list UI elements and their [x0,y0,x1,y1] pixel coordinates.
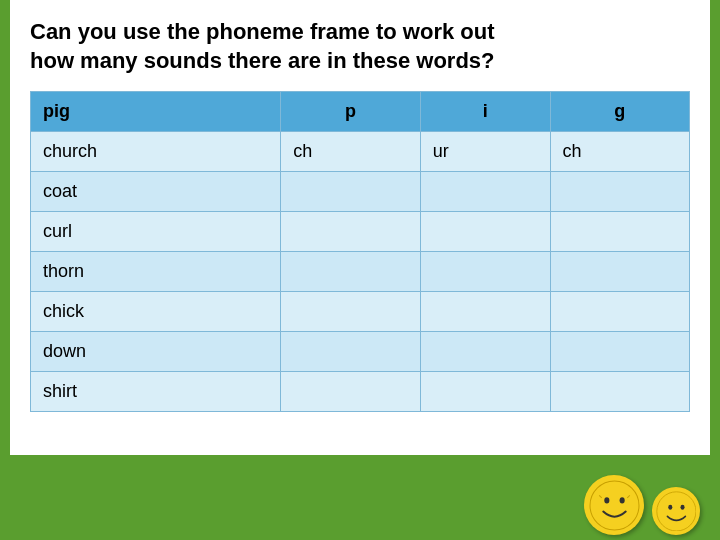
svg-point-0 [590,481,639,530]
phoneme-cell-3 [550,172,689,212]
phoneme-cell-1: ch [281,132,420,172]
question-line2: how many sounds there are in these words… [30,48,495,73]
grass-background [0,455,720,540]
phoneme-cell-1 [281,252,420,292]
svg-point-7 [680,504,684,509]
word-cell: coat [31,172,281,212]
svg-point-6 [668,504,672,509]
phoneme-table: pig p i g churchchurchcoatcurlthornchick… [30,91,690,412]
phoneme-cell-3 [550,372,689,412]
phoneme-cell-2 [420,372,550,412]
phoneme-cell-2 [420,212,550,252]
main-panel: Can you use the phoneme frame to work ou… [10,0,710,460]
phoneme-cell-2: ur [420,132,550,172]
phoneme-cell-3 [550,252,689,292]
phoneme-cell-2 [420,172,550,212]
word-cell: chick [31,292,281,332]
table-row: chick [31,292,690,332]
question-text: Can you use the phoneme frame to work ou… [30,18,690,75]
table-row: curl [31,212,690,252]
table-row: thorn [31,252,690,292]
phoneme-cell-2 [420,292,550,332]
word-cell: down [31,332,281,372]
table-row: coat [31,172,690,212]
phoneme-cell-1 [281,332,420,372]
header-col2: p [281,92,420,132]
table-header-row: pig p i g [31,92,690,132]
table-row: shirt [31,372,690,412]
phoneme-cell-1 [281,212,420,252]
header-col4: g [550,92,689,132]
phoneme-cell-3: ch [550,132,689,172]
smiley-face-small [652,487,700,535]
phoneme-cell-2 [420,252,550,292]
table-row: down [31,332,690,372]
svg-point-2 [619,497,624,503]
phoneme-cell-2 [420,332,550,372]
svg-point-5 [656,491,695,530]
phoneme-cell-3 [550,292,689,332]
word-cell: curl [31,212,281,252]
word-cell: shirt [31,372,281,412]
phoneme-cell-3 [550,332,689,372]
table-row: churchchurch [31,132,690,172]
phoneme-cell-1 [281,292,420,332]
question-line1: Can you use the phoneme frame to work ou… [30,19,495,44]
phoneme-cell-1 [281,372,420,412]
smiley-face-large [584,475,644,535]
header-word-col: pig [31,92,281,132]
header-col3: i [420,92,550,132]
word-cell: church [31,132,281,172]
word-cell: thorn [31,252,281,292]
phoneme-cell-1 [281,172,420,212]
svg-point-1 [604,497,609,503]
smiley-container [584,475,700,535]
phoneme-cell-3 [550,212,689,252]
